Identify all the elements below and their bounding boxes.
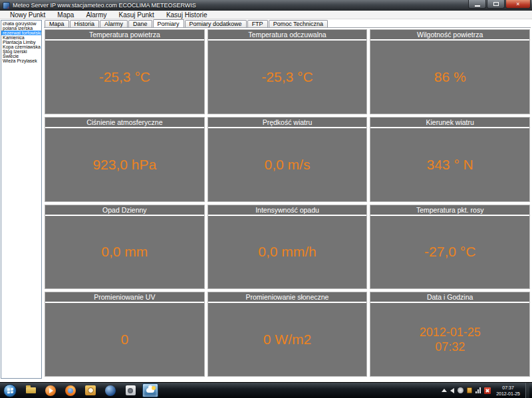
panel-value: 0	[120, 332, 128, 348]
panel-temperatura-powietrza: Temperatura powietrza -25,3 °C	[45, 29, 205, 114]
maximize-button[interactable]	[487, 0, 505, 9]
tray-lock-icon[interactable]	[467, 387, 472, 393]
menubar: Nowy Punkt Mapa Alarmy Kasuj Punkt Kasuj…	[0, 11, 532, 19]
panel-value: -25,3 °C	[99, 69, 150, 85]
tray-status-icon[interactable]	[458, 387, 464, 393]
tab-pomiary[interactable]: Pomiary	[153, 19, 184, 27]
panel-title: Temperatura powietrza	[45, 30, 204, 41]
app-icon	[3, 2, 10, 9]
taskbar: 07:37 2012-01-25	[0, 382, 532, 398]
panel-value: 343 ° N	[427, 157, 473, 173]
tray-clock[interactable]: 07:37 2012-01-25	[494, 385, 522, 397]
window-title: Meteo Server IP www.stacjameteo.com ECOC…	[13, 2, 196, 9]
maximize-icon	[493, 2, 499, 6]
blue-app-icon[interactable]	[102, 383, 118, 397]
meteo-server-window: Meteo Server IP www.stacjameteo.com ECOC…	[0, 0, 532, 398]
station-item[interactable]: polana izerska	[1, 26, 41, 31]
panel-promieniowanie-uv: Promieniowanie UV 0	[45, 292, 205, 377]
menu-mapa[interactable]: Mapa	[51, 11, 80, 19]
station-listbox: chata górzystów polana izerska rezerwat …	[1, 20, 42, 379]
station-item[interactable]: Plantacja Limby	[1, 40, 41, 45]
panel-title: Temperatura pkt. rosy	[370, 205, 529, 216]
panel-value: 86 %	[434, 69, 466, 85]
menu-nowy-punkt[interactable]: Nowy Punkt	[4, 11, 51, 19]
action-center-icon[interactable]	[484, 387, 491, 394]
panel-value: 0,0 mm	[101, 244, 148, 260]
station-item[interactable]: Stóg Izerski	[1, 49, 41, 54]
panel-value-date: 2012-01-25	[420, 325, 481, 340]
panel-title: Promieniowanie słoneczne	[208, 292, 367, 303]
panel-predkosc-wiatru: Prędkość wiatru 0,0 m/s	[207, 117, 368, 202]
meteo-app-icon[interactable]	[142, 383, 158, 397]
mail-clock-app-icon[interactable]	[82, 383, 98, 397]
panel-value: 0 W/m2	[263, 332, 311, 348]
panel-value: 0,0 mm/h	[258, 244, 317, 260]
minimize-icon	[475, 5, 480, 7]
panel-title: Kierunek wiatru	[370, 118, 529, 128]
volume-icon[interactable]	[450, 388, 454, 393]
panel-promieniowanie-sloneczne: Promieniowanie słoneczne 0 W/m2	[207, 292, 368, 377]
panel-temperatura-odczuwalna: Temperatura odczuwalna -25,3 °C	[207, 29, 368, 114]
station-item[interactable]: Kopa czerniawska	[1, 45, 41, 49]
station-item[interactable]: Świecie	[1, 54, 41, 58]
panel-title: Prędkość wiatru	[208, 118, 367, 128]
panel-wilgotnosc-powietrza: Wilgotność powietrza 86 %	[370, 29, 530, 114]
panel-value: -25,3 °C	[261, 69, 313, 85]
start-button[interactable]	[3, 384, 17, 397]
panel-value: -27,0 °C	[424, 244, 475, 260]
panel-title: Opad Dzienny	[45, 205, 204, 216]
close-button[interactable]: ×	[505, 0, 531, 9]
panel-title: Promieniowanie UV	[45, 292, 204, 303]
panel-title: Data i Godzina	[370, 292, 529, 303]
window-controls: ×	[467, 0, 531, 9]
panel-title: Ciśnienie atmosferyczne	[45, 118, 204, 128]
panel-opad-dzienny: Opad Dzienny 0,0 mm	[45, 205, 205, 290]
menu-kasuj-historie[interactable]: Kasuj Historie	[160, 11, 213, 19]
tab-historia[interactable]: Historia	[70, 20, 100, 27]
tray-date: 2012-01-25	[496, 391, 520, 397]
network-icon[interactable]	[475, 387, 481, 393]
explorer-icon[interactable]	[23, 383, 39, 397]
system-tray: 07:37 2012-01-25	[442, 383, 532, 398]
media-player-icon[interactable]	[43, 383, 59, 397]
panel-value-time: 07:32	[435, 340, 465, 355]
station-item-selected[interactable]: rezerwat torfowiska	[1, 31, 41, 35]
tab-pomoc-techniczna[interactable]: Pomoc Techniczna	[269, 20, 328, 27]
station-item[interactable]: chata górzystów	[1, 21, 41, 26]
panel-data-i-godzina: Data i Godzina 2012-01-25 07:32	[370, 292, 530, 377]
tray-expand-icon[interactable]	[442, 389, 447, 392]
panel-cisnienie-atmosferyczne: Ciśnienie atmosferyczne 923,0 hPa	[45, 117, 205, 202]
sidebar: chata górzystów polana izerska rezerwat …	[0, 19, 43, 382]
panel-title: Intensywność opadu	[208, 205, 367, 216]
minimize-button[interactable]	[468, 0, 486, 9]
tray-time: 07:37	[496, 385, 520, 391]
panel-value: 923,0 hPa	[92, 157, 156, 173]
menu-alarmy[interactable]: Alarmy	[80, 11, 112, 19]
panel-kierunek-wiatru: Kierunek wiatru 343 ° N	[370, 117, 530, 202]
titlebar: Meteo Server IP www.stacjameteo.com ECOC…	[0, 0, 532, 11]
windows-logo-icon	[7, 387, 13, 393]
tab-bar: Mapa Historia Alarmy Dane Pomiary Pomiar…	[44, 19, 531, 27]
tab-mapa[interactable]: Mapa	[45, 20, 69, 27]
measurement-grid: Temperatura powietrza -25,3 °C Temperatu…	[44, 27, 531, 382]
panel-title: Temperatura odczuwalna	[208, 30, 367, 41]
show-desktop-button[interactable]	[525, 383, 529, 398]
panel-value: 0,0 m/s	[265, 157, 311, 173]
firefox-icon[interactable]	[63, 383, 78, 397]
tab-alarmy[interactable]: Alarmy	[100, 20, 128, 27]
panel-temperatura-pkt-rosy: Temperatura pkt. rosy -27,0 °C	[370, 205, 530, 290]
tab-pomiary-dodatkowe[interactable]: Pomiary dodatkowe	[185, 20, 247, 27]
tab-dane[interactable]: Dane	[128, 20, 152, 27]
content-area: chata górzystów polana izerska rezerwat …	[0, 19, 532, 382]
station-item[interactable]: Wieża Przylasek	[1, 58, 41, 63]
panel-title: Wilgotność powietrza	[370, 30, 529, 41]
main-area: Mapa Historia Alarmy Dane Pomiary Pomiar…	[43, 19, 532, 382]
audio-app-icon[interactable]	[122, 383, 138, 397]
station-item[interactable]: Kamienica	[1, 35, 41, 40]
panel-intensywnosc-opadu: Intensywność opadu 0,0 mm/h	[207, 205, 368, 290]
tab-ftp[interactable]: FTP	[247, 20, 268, 27]
menu-kasuj-punkt[interactable]: Kasuj Punkt	[113, 11, 160, 19]
